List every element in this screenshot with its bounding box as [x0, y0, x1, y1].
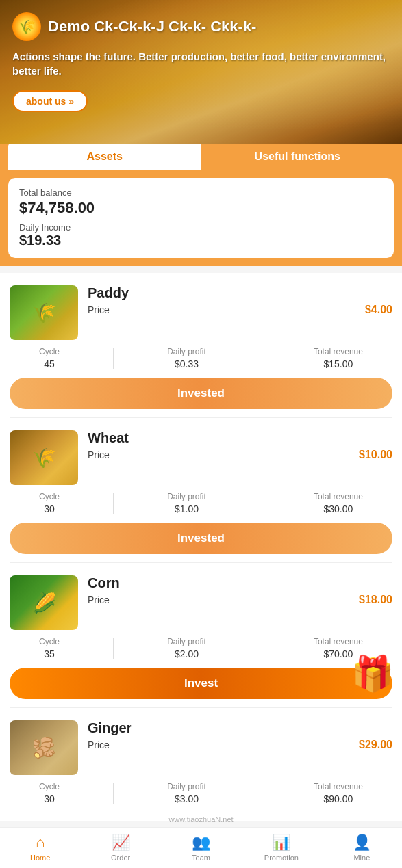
promotion-icon: 📊: [272, 834, 290, 852]
ginger-price-value: $29.00: [359, 739, 392, 751]
wheat-revenue-label: Total revenue: [314, 492, 363, 501]
team-icon: 👥: [192, 834, 210, 852]
group-icon: ◎: [349, 194, 383, 228]
wheat-cycle-label: Cycle: [39, 492, 60, 501]
ginger-name: Ginger: [88, 720, 392, 736]
tabs-section: Assets Useful functions Total balance $7…: [0, 144, 402, 266]
wheat-invest-button[interactable]: Invested: [10, 523, 392, 554]
logo-icon: 🌾: [12, 12, 41, 41]
ginger-revenue-value: $90.00: [324, 793, 353, 804]
gift-icon: 🎁: [351, 657, 399, 705]
paddy-price-label: Price: [88, 304, 110, 315]
paddy-cycle-label: Cycle: [39, 347, 60, 356]
mine-label: Mine: [353, 854, 370, 862]
corn-name: Corn: [88, 575, 392, 591]
corn-stats: Cycle 35 Daily profit $2.00 Total revenu…: [10, 637, 392, 659]
paddy-revenue-label: Total revenue: [314, 347, 363, 356]
ginger-image: 🫚: [10, 720, 78, 775]
income-amount: $19.33: [19, 233, 201, 248]
bottom-nav: ⌂ Home 📈 Order 👥 Team 📊 Promotion 👤 Mine: [0, 827, 402, 868]
corn-revenue-label: Total revenue: [314, 637, 363, 646]
product-wheat: 🌾 Wheat Price $10.00 Cycle 30 Daily: [10, 418, 392, 563]
wheat-stats: Cycle 30 Daily profit $1.00 Total revenu…: [10, 492, 392, 514]
mine-icon: 👤: [353, 834, 371, 852]
nav-team[interactable]: 👥 Team: [161, 828, 241, 868]
wheat-revenue-value: $30.00: [324, 503, 353, 514]
paddy-profit-value: $0.33: [175, 358, 199, 369]
corn-profit-value: $2.00: [175, 648, 199, 659]
group-label: Group: [354, 233, 377, 242]
paddy-image: 🌾: [10, 285, 78, 340]
func-group[interactable]: ◎ Group: [349, 194, 383, 242]
wheat-price-value: $10.00: [359, 449, 392, 461]
wheat-price-label: Price: [88, 449, 110, 460]
corn-cycle-label: Cycle: [39, 637, 60, 646]
func-withdrawal[interactable]: ⊖ Withdrawal: [303, 194, 343, 242]
about-us-button[interactable]: about us »: [12, 90, 88, 112]
product-ginger: 🫚 Ginger Price $29.00 Cycle 30 Daily: [10, 708, 392, 821]
paddy-price-value: $4.00: [365, 304, 392, 316]
nav-order[interactable]: 📈 Order: [80, 828, 160, 868]
paddy-cycle-value: 45: [44, 358, 55, 369]
recharge-label: Recharge: [262, 233, 297, 242]
paddy-profit-label: Daily profit: [167, 347, 206, 356]
product-corn: 🌽 Corn Price $18.00 Cycle 35 Daily p: [10, 563, 392, 708]
assets-card: Total balance $74,758.00 Daily Income $1…: [8, 178, 394, 258]
order-icon: 📈: [112, 834, 130, 852]
team-label: Team: [192, 854, 210, 862]
hero-subtitle: Actions shape the future. Better product…: [12, 49, 390, 78]
product-list: 🌾 Paddy Price $4.00 Cycle 45 Daily p: [0, 273, 402, 821]
order-label: Order: [111, 854, 130, 862]
corn-revenue-value: $70.00: [324, 648, 353, 659]
paddy-name: Paddy: [88, 285, 392, 301]
tabs-row: Assets Useful functions: [8, 144, 394, 170]
withdrawal-icon: ⊖: [305, 194, 340, 228]
wheat-profit-label: Daily profit: [167, 492, 206, 501]
recharge-icon: ⊟: [262, 194, 297, 228]
balance-section: Total balance $74,758.00 Daily Income $1…: [19, 187, 201, 248]
wheat-image: 🌾: [10, 430, 78, 485]
paddy-invest-button[interactable]: Invested: [10, 378, 392, 409]
balance-amount: $74,758.00: [19, 199, 201, 217]
home-label: Home: [30, 854, 50, 862]
ginger-cycle-label: Cycle: [39, 782, 60, 791]
wheat-profit-value: $1.00: [175, 503, 199, 514]
ginger-price-label: Price: [88, 739, 110, 750]
corn-cycle-value: 35: [44, 648, 55, 659]
ginger-profit-value: $3.00: [175, 793, 199, 804]
promotion-label: Promotion: [264, 854, 299, 862]
ginger-profit-label: Daily profit: [167, 782, 206, 791]
corn-invest-button[interactable]: Invest: [10, 668, 392, 699]
hero-section: 🌾 Demo Ck-Ck-k-J Ck-k- Ckk-k- Actions sh…: [0, 0, 402, 144]
ginger-stats: Cycle 30 Daily profit $3.00 Total revenu…: [10, 782, 392, 804]
func-recharge[interactable]: ⊟ Recharge: [262, 194, 297, 242]
paddy-stats: Cycle 45 Daily profit $0.33 Total revenu…: [10, 347, 392, 369]
nav-mine[interactable]: 👤 Mine: [322, 828, 402, 868]
tab-assets[interactable]: Assets: [8, 144, 201, 170]
income-label: Daily Income: [19, 222, 201, 233]
product-paddy: 🌾 Paddy Price $4.00 Cycle 45 Daily p: [10, 273, 392, 418]
paddy-revenue-value: $15.00: [324, 358, 353, 369]
wheat-cycle-value: 30: [44, 503, 55, 514]
home-icon: ⌂: [36, 834, 45, 852]
functions-section: ⊟ Recharge ⊖ Withdrawal ◎ Group: [201, 194, 384, 242]
nav-promotion[interactable]: 📊 Promotion: [241, 828, 321, 868]
wheat-name: Wheat: [88, 430, 392, 446]
ginger-cycle-value: 30: [44, 793, 55, 804]
corn-profit-label: Daily profit: [167, 637, 206, 646]
nav-home[interactable]: ⌂ Home: [0, 828, 80, 868]
withdrawal-label: Withdrawal: [303, 233, 343, 242]
balance-label: Total balance: [19, 187, 201, 198]
hero-title: Demo Ck-Ck-k-J Ck-k- Ckk-k-: [48, 18, 256, 36]
tab-useful-functions[interactable]: Useful functions: [201, 144, 394, 170]
corn-price-label: Price: [88, 594, 110, 605]
corn-image: 🌽: [10, 575, 78, 630]
corn-price-value: $18.00: [359, 594, 392, 606]
ginger-revenue-label: Total revenue: [314, 782, 363, 791]
